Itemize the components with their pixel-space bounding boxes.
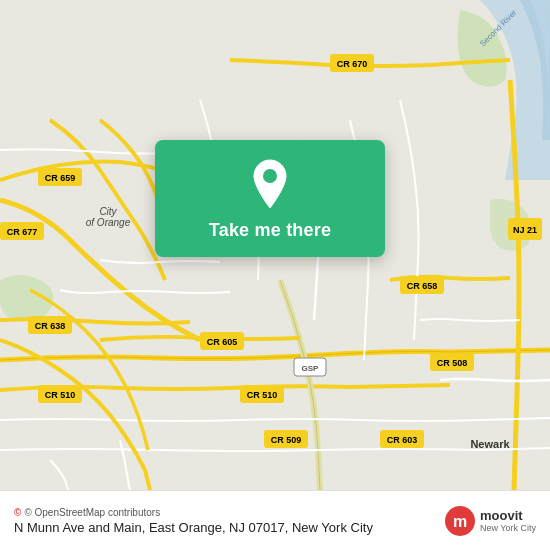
svg-point-31 — [263, 169, 277, 183]
moovit-icon: m — [444, 505, 476, 537]
moovit-text-block: moovit New York City — [480, 508, 536, 533]
svg-text:CR 509: CR 509 — [271, 435, 302, 445]
svg-text:CR 508: CR 508 — [437, 358, 468, 368]
cta-button-label: Take me there — [209, 220, 331, 241]
svg-text:Newark: Newark — [470, 438, 510, 450]
bottom-bar: © © OpenStreetMap contributors N Munn Av… — [0, 490, 550, 550]
cta-overlay[interactable]: Take me there — [155, 140, 385, 257]
osm-credit-text: © OpenStreetMap contributors — [24, 507, 160, 518]
moovit-city: New York City — [480, 523, 536, 533]
svg-text:CR 638: CR 638 — [35, 321, 66, 331]
location-pin-icon — [248, 158, 292, 210]
svg-text:CR 658: CR 658 — [407, 281, 438, 291]
svg-text:m: m — [453, 513, 467, 530]
svg-text:GSP: GSP — [302, 364, 320, 373]
address-text: N Munn Ave and Main, East Orange, NJ 070… — [14, 520, 373, 535]
copyright-symbol: © — [14, 507, 21, 518]
svg-text:CR 605: CR 605 — [207, 337, 238, 347]
svg-text:NJ 21: NJ 21 — [513, 225, 537, 235]
map-container: CR 659 CR 670 CR 677 CR 638 CR 605 CR 51… — [0, 0, 550, 490]
svg-text:CR 670: CR 670 — [337, 59, 368, 69]
svg-text:CR 510: CR 510 — [45, 390, 76, 400]
moovit-logo: m moovit New York City — [444, 505, 536, 537]
svg-text:of Orange: of Orange — [86, 217, 131, 228]
svg-text:CR 677: CR 677 — [7, 227, 38, 237]
svg-text:CR 603: CR 603 — [387, 435, 418, 445]
moovit-brand: moovit — [480, 508, 536, 523]
bottom-left: © © OpenStreetMap contributors N Munn Av… — [14, 507, 373, 535]
svg-text:CR 659: CR 659 — [45, 173, 76, 183]
svg-text:CR 510: CR 510 — [247, 390, 278, 400]
osm-credit: © © OpenStreetMap contributors — [14, 507, 373, 518]
svg-text:City: City — [99, 206, 117, 217]
